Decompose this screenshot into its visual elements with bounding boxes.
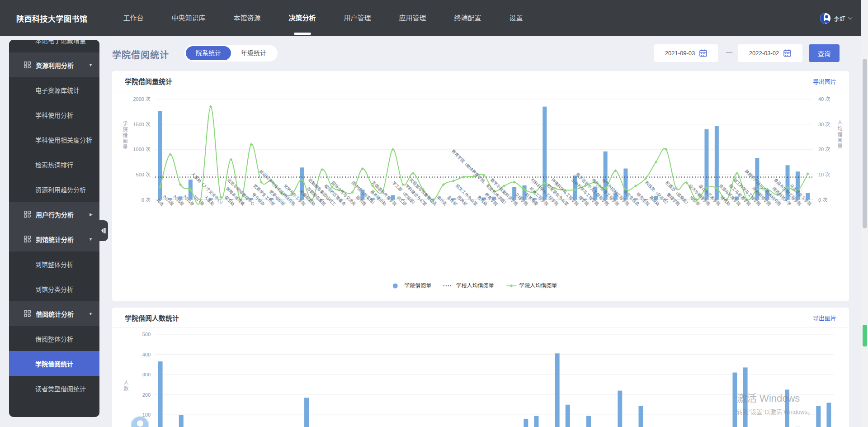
date-range-separator: — <box>723 48 736 56</box>
card-title: 学院借阅量统计 <box>125 76 172 86</box>
svg-text:20 次: 20 次 <box>818 146 830 152</box>
svg-text:1500 次: 1500 次 <box>133 121 151 127</box>
college-borrow-volume-card: 学院借阅量统计 导出图片 2000 次1500 次1000 次500 次0 次4… <box>112 71 849 301</box>
scrollbar <box>861 0 868 427</box>
svg-text:500: 500 <box>142 332 151 337</box>
collapse-left-icon <box>101 228 106 233</box>
chevron-down-icon: ▼ <box>89 237 93 242</box>
svg-text:2015级: 2015级 <box>172 194 185 207</box>
chevron-down-icon: ▼ <box>89 63 93 67</box>
nav-item-7[interactable]: 设置 <box>504 0 528 36</box>
top-nav: 陕西科技大学图书馆 工作台中央知识库本馆资源决策分析用户管理应用管理终端配置设置… <box>0 0 868 36</box>
tab-grade-stats[interactable]: 年级统计 <box>231 46 276 60</box>
sidebar-item-label: 到馆整体分析 <box>35 260 73 269</box>
sidebar-item-7[interactable]: 用户行为分析▶ <box>9 202 99 227</box>
nav-item-6[interactable]: 终端配置 <box>449 0 487 36</box>
chart-legend[interactable]: 学院借阅量学校人均借阅量学院人均借阅量 <box>393 282 557 289</box>
category-grid-icon <box>24 211 31 218</box>
nav-item-3[interactable]: 决策分析 <box>283 0 321 36</box>
sidebar-item-label: 学科使用相关度分析 <box>35 135 92 144</box>
scrollbar-marker <box>863 325 867 346</box>
bar-series[interactable] <box>158 353 831 427</box>
chevron-down-icon <box>848 15 853 19</box>
sidebar-item-5[interactable]: 检索热词排行 <box>9 152 99 177</box>
svg-text:1000 次: 1000 次 <box>133 146 151 152</box>
scrollbar-thumb[interactable] <box>863 59 867 228</box>
sidebar-item-2[interactable]: 电子资源库统计 <box>9 77 99 102</box>
tab-department-stats[interactable]: 院系统计 <box>186 46 231 60</box>
start-date-input[interactable]: 2021-09-03 <box>654 44 718 62</box>
windows-activation-watermark: 激活 Windows 转到“设置”以激活 Windows。 <box>737 390 813 416</box>
sidebar-collapse-handle[interactable] <box>99 220 108 241</box>
nav-menu: 工作台中央知识库本馆资源决策分析用户管理应用管理终端配置设置 <box>109 0 537 36</box>
sidebar-item-1[interactable]: 资源利用分析▼ <box>9 52 99 77</box>
sidebar-item-3[interactable]: 学科使用分析 <box>9 102 99 127</box>
svg-text:学校人均借阅量: 学校人均借阅量 <box>456 282 494 289</box>
left-axis-title: 人数 <box>122 380 129 392</box>
svg-text:40 次: 40 次 <box>818 96 830 102</box>
end-date-input[interactable]: 2022-03-02 <box>738 44 802 62</box>
category-grid-icon <box>24 62 31 68</box>
sidebar-item-label: 读者类型借阅统计 <box>35 384 86 393</box>
svg-text:其他: 其他 <box>156 197 165 207</box>
sidebar-item-12[interactable]: 借阅整体分析 <box>9 326 99 351</box>
svg-text:2014级: 2014级 <box>162 194 175 207</box>
category-grid-icon <box>24 236 31 242</box>
sidebar-item-11[interactable]: 借阅统计分析▼ <box>9 301 99 326</box>
end-date-value: 2022-03-02 <box>749 50 779 57</box>
sidebar-item-13[interactable]: 学院借阅统计 <box>9 351 99 376</box>
sidebar-item-10[interactable]: 到馆分类分析 <box>9 276 99 301</box>
nav-item-0[interactable]: 工作台 <box>118 0 149 36</box>
svg-text:0 次: 0 次 <box>818 197 827 203</box>
query-button[interactable]: 查询 <box>809 44 840 62</box>
user-menu[interactable]: 李虹 <box>820 13 852 24</box>
sidebar-item-4[interactable]: 学科使用相关度分析 <box>9 127 99 152</box>
svg-text:审计处: 审计处 <box>436 195 448 207</box>
sidebar-item-8[interactable]: 到馆统计分析▼ <box>9 227 99 251</box>
nav-item-5[interactable]: 应用管理 <box>394 0 432 36</box>
sidebar-item-14[interactable]: 读者类型借阅统计 <box>9 376 99 401</box>
sidebar-item-label: 借阅整体分析 <box>35 334 73 343</box>
sidebar-item-label: 本馆电子馆藏增量 <box>35 40 86 45</box>
sidebar-item-label: 学科使用分析 <box>35 110 73 119</box>
svg-text:宣传部: 宣传部 <box>446 195 458 207</box>
nav-item-1[interactable]: 中央知识库 <box>166 0 211 36</box>
user-name: 李虹 <box>834 14 845 23</box>
svg-text:30 次: 30 次 <box>818 121 830 127</box>
sidebar-item-6[interactable]: 资源利用趋势分析 <box>9 177 99 202</box>
college-borrow-volume-chart[interactable]: 2000 次1500 次1000 次500 次0 次40 次30 次20 次10… <box>112 92 849 301</box>
nav-item-4[interactable]: 用户管理 <box>339 0 377 36</box>
left-axis-title: 学院借阅量 <box>121 121 128 150</box>
svg-text:400: 400 <box>142 352 151 357</box>
app-title: 陕西科技大学图书馆 <box>16 13 88 24</box>
calendar-icon <box>783 49 791 57</box>
start-date-value: 2021-09-03 <box>665 50 695 57</box>
svg-text:学院借阅量: 学院借阅量 <box>404 282 431 289</box>
sidebar-item-9[interactable]: 到馆整体分析 <box>9 251 99 276</box>
chevron-right-icon: ▶ <box>90 212 93 217</box>
stat-mode-tabs: 院系统计 年级统计 <box>184 45 278 62</box>
svg-text:300: 300 <box>142 372 151 377</box>
svg-text:2017级: 2017级 <box>193 194 205 207</box>
sidebar-item-label: 到馆分类分析 <box>35 285 73 294</box>
svg-text:学院人均借阅量: 学院人均借阅量 <box>519 282 557 289</box>
sidebar: 本馆电子馆藏增量资源利用分析▼电子资源库统计学科使用分析学科使用相关度分析检索热… <box>9 40 99 417</box>
sidebar-item-label: 电子资源库统计 <box>35 85 80 95</box>
svg-text:200: 200 <box>142 392 151 398</box>
nav-item-2[interactable]: 本馆资源 <box>228 0 266 36</box>
sidebar-item-0[interactable]: 本馆电子馆藏增量 <box>9 40 99 52</box>
sidebar-item-label: 借阅统计分析 <box>36 309 74 318</box>
sidebar-item-label: 用户行为分析 <box>36 210 74 219</box>
svg-text:0 次: 0 次 <box>142 197 151 203</box>
svg-text:10 次: 10 次 <box>818 171 830 177</box>
svg-text:2000 次: 2000 次 <box>133 96 151 102</box>
chevron-down-icon: ▼ <box>89 312 93 316</box>
card-title: 学院借阅人数统计 <box>125 313 179 323</box>
page-title: 学院借阅统计 <box>112 48 169 61</box>
export-image-link[interactable]: 导出图片 <box>813 77 836 85</box>
sidebar-item-label: 到馆统计分析 <box>36 235 74 244</box>
export-image-link[interactable]: 导出图片 <box>813 313 836 322</box>
category-grid-icon <box>24 310 31 317</box>
sidebar-item-label: 资源利用分析 <box>36 61 74 70</box>
avatar <box>820 13 830 24</box>
